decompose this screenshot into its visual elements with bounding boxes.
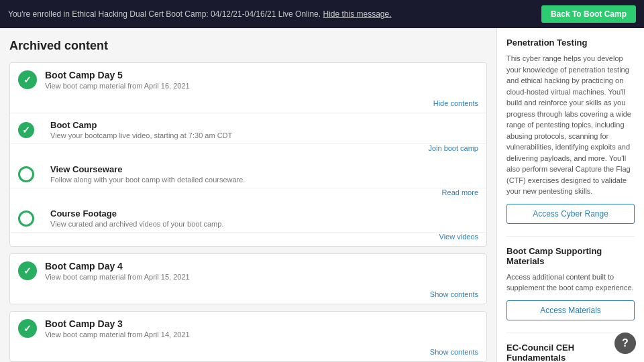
sidebar-button-supporting-materials[interactable]: Access Materials xyxy=(506,300,635,320)
sub-item-subtitle: View curated and archived videos of your… xyxy=(50,220,478,228)
sub-action-link[interactable]: Read more xyxy=(10,188,486,202)
notification-bar: You're enrolled in Ethical Hacking Dual … xyxy=(0,0,644,28)
sidebar-section-title-supporting-materials: Boot Camp Supporting Materials xyxy=(506,246,635,266)
content-area: Archived content ✓Boot Camp Day 5View bo… xyxy=(0,28,496,362)
sub-item-day5-0: ✓Boot CampView your bootcamp live video,… xyxy=(10,113,486,144)
sub-item-day5-1: View CoursewareFollow along with your bo… xyxy=(10,158,486,188)
sub-complete-icon: ✓ xyxy=(18,122,34,138)
help-button[interactable]: ? xyxy=(614,333,636,354)
day-title-day3: Boot Camp Day 3 xyxy=(45,318,478,329)
notification-text: You're enrolled in Ethical Hacking Dual … xyxy=(8,9,392,19)
sub-item-title: Boot Camp xyxy=(50,120,478,130)
sub-item-subtitle: View your bootcamp live video, starting … xyxy=(50,131,478,139)
sub-item-subtitle: Follow along with your boot camp with de… xyxy=(50,176,478,184)
sub-items-day5: ✓Boot CampView your bootcamp live video,… xyxy=(10,113,486,246)
sub-action-link[interactable]: View videos xyxy=(10,233,486,246)
day-block-day3: ✓Boot Camp Day 3View boot camp material … xyxy=(9,311,487,362)
day-header-day3[interactable]: ✓Boot Camp Day 3View boot camp material … xyxy=(10,312,486,345)
complete-icon-day4: ✓ xyxy=(18,261,37,280)
day-subtitle-day3: View boot camp material from April 14, 2… xyxy=(45,330,478,339)
back-to-bootcamp-button[interactable]: Back To Boot Camp xyxy=(541,5,636,23)
complete-icon-day5: ✓ xyxy=(18,70,37,89)
day-block-day4: ✓Boot Camp Day 4View boot camp material … xyxy=(9,253,487,304)
day-title-day4: Boot Camp Day 4 xyxy=(45,261,478,272)
day-subtitle-day5: View boot camp material from April 16, 2… xyxy=(45,82,478,90)
sidebar-section-text-pen-testing: This cyber range helps you develop your … xyxy=(506,53,635,197)
day-action-link-day5[interactable]: Hide contents xyxy=(10,97,486,113)
sub-partial-icon xyxy=(18,166,34,182)
days-container: ✓Boot Camp Day 5View boot camp material … xyxy=(9,62,487,362)
sidebar-section-pen-testing: Penetration TestingThis cyber range help… xyxy=(506,38,635,224)
day-action-link-day4[interactable]: Show contents xyxy=(10,288,486,304)
day-block-day5: ✓Boot Camp Day 5View boot camp material … xyxy=(9,62,487,247)
day-title-day5: Boot Camp Day 5 xyxy=(45,70,478,80)
sidebar-section-text-supporting-materials: Access additional content built to suppl… xyxy=(506,272,635,294)
sidebar-divider xyxy=(506,236,635,237)
day-subtitle-day4: View boot camp material from April 15, 2… xyxy=(45,273,478,281)
sidebar-divider xyxy=(506,333,635,333)
sidebar: Penetration TestingThis cyber range help… xyxy=(496,28,644,362)
day-action-link-day3[interactable]: Show contents xyxy=(10,345,486,361)
day-header-day4[interactable]: ✓Boot Camp Day 4View boot camp material … xyxy=(10,254,486,288)
page-title: Archived content xyxy=(9,39,487,53)
sidebar-sections-container: Penetration TestingThis cyber range help… xyxy=(506,38,635,362)
hide-message-link[interactable]: Hide this message. xyxy=(323,9,391,19)
sub-item-title: Course Footage xyxy=(50,208,478,219)
sidebar-button-pen-testing[interactable]: Access Cyber Range xyxy=(506,204,635,224)
sub-partial-icon xyxy=(18,210,34,227)
sub-item-day5-2: Course FootageView curated and archived … xyxy=(10,202,486,233)
main-container: Archived content ✓Boot Camp Day 5View bo… xyxy=(0,28,644,362)
sidebar-section-supporting-materials: Boot Camp Supporting MaterialsAccess add… xyxy=(506,246,635,320)
day-header-day5[interactable]: ✓Boot Camp Day 5View boot camp material … xyxy=(10,63,486,97)
complete-icon-day3: ✓ xyxy=(18,319,37,338)
sub-action-link[interactable]: Join boot camp xyxy=(10,144,486,158)
sub-item-title: View Courseware xyxy=(50,164,478,174)
sidebar-section-title-pen-testing: Penetration Testing xyxy=(506,38,635,48)
